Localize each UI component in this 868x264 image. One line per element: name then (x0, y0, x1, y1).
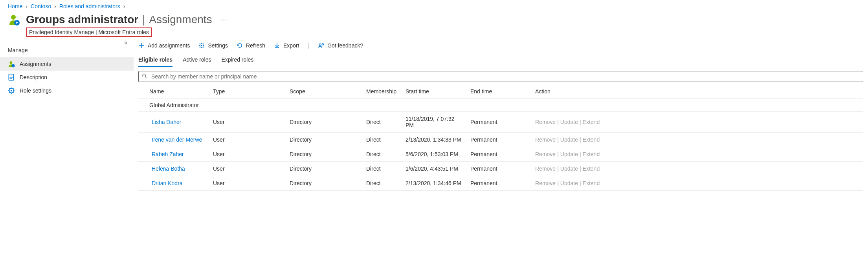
tab-active-roles[interactable]: Active roles (183, 54, 211, 67)
export-button[interactable]: Export (274, 42, 299, 49)
svg-line-14 (9, 88, 10, 89)
extend-action[interactable]: Extend (583, 180, 600, 186)
cell-membership: Direct (362, 176, 402, 191)
member-name-link[interactable]: Rabeh Zaher (152, 151, 184, 157)
breadcrumb-home[interactable]: Home (8, 3, 22, 9)
cell-end-time: Permanent (466, 133, 531, 147)
sidebar-item-assignments[interactable]: Assignments (0, 57, 134, 71)
sidebar-item-role-settings[interactable]: Role settings (0, 84, 134, 97)
cell-membership: Direct (362, 112, 402, 133)
action-separator: | (557, 137, 559, 143)
cell-start-time: 2/13/2020, 1:34:33 PM (402, 133, 466, 147)
cell-membership: Direct (362, 147, 402, 162)
extend-action[interactable]: Extend (583, 119, 600, 125)
tab-expired-roles[interactable]: Expired roles (222, 54, 254, 67)
search-icon (142, 73, 147, 80)
column-action[interactable]: Action (531, 84, 863, 99)
cell-start-time: 2/13/2020, 1:34:46 PM (402, 176, 466, 191)
action-separator: | (557, 180, 559, 186)
action-separator: | (580, 137, 581, 143)
add-assignments-button[interactable]: Add assignments (138, 42, 190, 49)
action-separator: | (580, 119, 581, 125)
cell-type: User (209, 147, 286, 162)
main-content: Add assignments Settings Refresh Export … (134, 37, 868, 191)
member-name-link[interactable]: Helena Botha (152, 166, 185, 172)
cell-end-time: Permanent (466, 176, 531, 191)
update-action[interactable]: Update (560, 137, 578, 143)
feedback-button[interactable]: ? Got feedback? (318, 42, 363, 49)
cell-actions: Remove|Update|Extend (531, 147, 863, 162)
table-row: Helena BothaUserDirectoryDirect1/6/2020,… (138, 162, 863, 176)
refresh-button[interactable]: Refresh (237, 42, 265, 49)
column-end-time[interactable]: End time (466, 84, 531, 99)
group-label: Global Administrator (138, 99, 863, 112)
svg-line-27 (203, 47, 204, 47)
extend-action[interactable]: Extend (583, 137, 600, 143)
column-scope[interactable]: Scope (286, 84, 362, 99)
sidebar-section-heading: Manage (0, 43, 134, 57)
column-name[interactable]: Name (138, 84, 209, 99)
cell-actions: Remove|Update|Extend (531, 176, 863, 191)
table-row: Irene van der MerweUserDirectoryDirect2/… (138, 133, 863, 147)
cell-scope: Directory (286, 147, 362, 162)
table-row: Rabeh ZaherUserDirectoryDirect5/6/2020, … (138, 147, 863, 162)
remove-action[interactable]: Remove (535, 137, 556, 143)
column-type[interactable]: Type (209, 84, 286, 99)
sidebar-item-description[interactable]: Description (0, 71, 134, 84)
toolbar-label: Add assignments (148, 42, 190, 49)
update-action[interactable]: Update (560, 119, 578, 125)
settings-button[interactable]: Settings (198, 42, 228, 49)
sidebar-item-label: Assignments (20, 61, 51, 67)
remove-action[interactable]: Remove (535, 166, 556, 172)
remove-action[interactable]: Remove (535, 151, 556, 157)
tabs: Eligible roles Active roles Expired role… (138, 53, 863, 67)
chevron-right-icon: › (26, 3, 28, 9)
tab-eligible-roles[interactable]: Eligible roles (138, 54, 172, 67)
cell-scope: Directory (286, 176, 362, 191)
cell-scope: Directory (286, 112, 362, 133)
search-box[interactable] (138, 71, 863, 82)
collapse-sidebar-button[interactable]: « (124, 39, 127, 46)
svg-line-15 (13, 92, 14, 93)
extend-action[interactable]: Extend (583, 166, 600, 172)
title-separator: | (142, 13, 145, 25)
remove-action[interactable]: Remove (535, 180, 556, 186)
context-path: Privileged Identity Manage | Microsoft E… (26, 27, 152, 37)
cell-start-time: 1/6/2020, 4:43:51 PM (402, 162, 466, 176)
column-start-time[interactable]: Start time (402, 84, 466, 99)
svg-point-21 (201, 45, 202, 46)
cell-actions: Remove|Update|Extend (531, 133, 863, 147)
update-action[interactable]: Update (560, 180, 578, 186)
cell-actions: Remove|Update|Extend (531, 112, 863, 133)
breadcrumb-tenant[interactable]: Contoso (31, 3, 51, 9)
more-actions-button[interactable]: ⋯ (219, 15, 229, 25)
plus-icon (138, 42, 145, 49)
person-role-icon (8, 13, 20, 27)
cell-start-time: 11/18/2019, 7:07:32 PM (402, 112, 466, 133)
cell-type: User (209, 162, 286, 176)
remove-action[interactable]: Remove (535, 119, 556, 125)
person-feedback-icon: ? (318, 42, 324, 49)
toolbar-separator: | (308, 42, 310, 49)
chevron-right-icon: › (54, 3, 56, 9)
chevron-right-icon: › (123, 3, 125, 9)
search-input[interactable] (150, 73, 860, 80)
breadcrumb-roles[interactable]: Roles and administrators (59, 3, 120, 9)
update-action[interactable]: Update (560, 151, 578, 157)
member-name-link[interactable]: Lisha Daher (152, 119, 182, 125)
member-name-link[interactable]: Irene van der Merwe (152, 137, 202, 143)
svg-line-28 (200, 47, 200, 47)
extend-action[interactable]: Extend (583, 151, 600, 157)
cell-end-time: Permanent (466, 147, 531, 162)
svg-point-9 (11, 90, 12, 91)
member-name-link[interactable]: Dritan Kodra (152, 180, 183, 186)
toolbar: Add assignments Settings Refresh Export … (138, 41, 863, 53)
toolbar-label: Refresh (246, 42, 265, 49)
cell-end-time: Permanent (466, 162, 531, 176)
page-subtitle: Assignments (149, 13, 212, 25)
svg-line-16 (9, 92, 10, 93)
column-membership[interactable]: Membership (362, 84, 402, 99)
cell-type: User (209, 133, 286, 147)
update-action[interactable]: Update (560, 166, 578, 172)
cell-actions: Remove|Update|Extend (531, 162, 863, 176)
